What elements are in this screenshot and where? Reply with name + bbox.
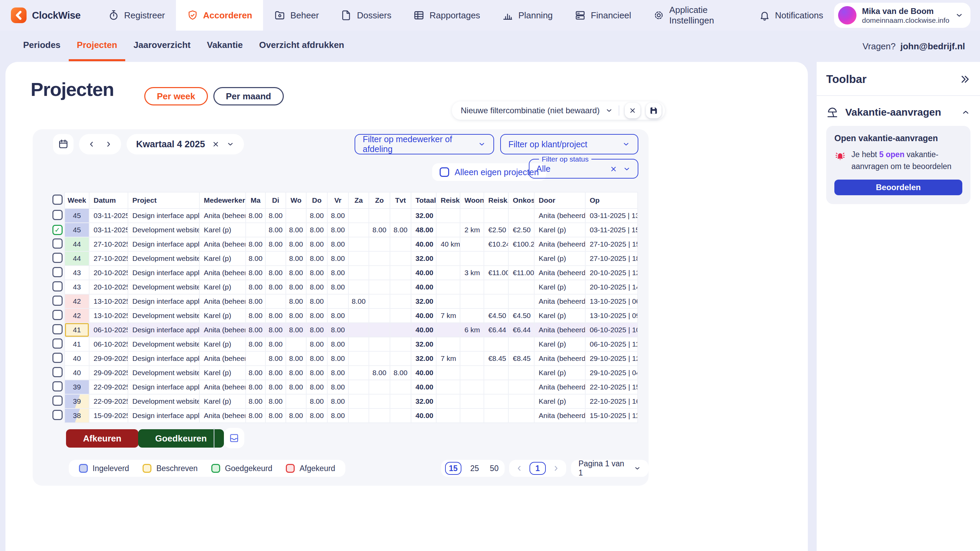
row-checkbox[interactable] xyxy=(52,210,63,220)
cell-totaal: 32.00 xyxy=(411,208,436,223)
goedkeuren-button[interactable]: Goedkeuren xyxy=(138,429,224,448)
cell-day: 8.00 xyxy=(306,294,327,308)
collapse-section-button[interactable] xyxy=(961,108,970,117)
week-status-cell[interactable]: 38 xyxy=(65,409,89,422)
row-checkbox[interactable] xyxy=(52,238,63,249)
beoordelen-button[interactable]: Beoordelen xyxy=(834,179,962,195)
week-status-cell[interactable]: 39 xyxy=(65,395,89,408)
filter-client-dropdown[interactable]: Filter op klant/project xyxy=(500,134,638,154)
per-week-button[interactable]: Per week xyxy=(144,87,208,105)
week-status-cell[interactable]: 40 xyxy=(65,366,89,380)
afkeuren-button[interactable]: Afkeuren xyxy=(66,429,138,448)
week-status-cell[interactable]: 44 xyxy=(65,237,89,251)
week-status-cell[interactable]: 45 xyxy=(65,209,89,222)
chevron-down-icon[interactable] xyxy=(623,165,631,173)
collapse-sidebar-button[interactable] xyxy=(959,74,970,85)
row-checkbox[interactable] xyxy=(52,367,63,377)
subnav-item-projecten[interactable]: Projecten xyxy=(69,30,126,61)
status-filter[interactable]: Filter op status Alle xyxy=(529,155,638,179)
topnav-item-planning[interactable]: Planning xyxy=(491,0,563,30)
cell-day xyxy=(390,208,411,223)
cell-day: 8.00 xyxy=(306,323,327,337)
topnav-item-beheer[interactable]: Beheer xyxy=(263,0,330,30)
row-checkbox[interactable] xyxy=(52,295,63,306)
next-page-button[interactable] xyxy=(552,464,560,472)
topnav-item-accorderen[interactable]: Accorderen xyxy=(176,0,263,30)
row-checkbox[interactable] xyxy=(52,381,63,392)
close-icon xyxy=(629,107,636,114)
cell-day xyxy=(390,280,411,294)
row-checkbox[interactable] xyxy=(52,353,63,363)
week-status-cell[interactable]: 39 xyxy=(65,380,89,394)
topnav-item-rapportages[interactable]: Rapportages xyxy=(402,0,491,30)
filter-combination-dropdown[interactable]: Nieuwe filtercombinatie (niet bewaard) xyxy=(461,106,600,115)
open-vacation-card: Open vakantie-aanvragen Je hebt 5 open v… xyxy=(826,126,970,204)
chevron-down-icon[interactable] xyxy=(226,140,234,148)
previous-period-button[interactable] xyxy=(88,140,95,148)
cell-day xyxy=(348,351,369,366)
subnav-item-jaaroverzicht[interactable]: Jaaroverzicht xyxy=(125,30,199,61)
page-size-15[interactable]: 15 xyxy=(445,462,461,475)
cell-onkost xyxy=(508,408,534,423)
row-checkbox[interactable] xyxy=(52,410,63,420)
cell-medewerker: Anita (beheerder) xyxy=(199,208,246,223)
week-status-cell[interactable]: 42 xyxy=(65,309,89,322)
page-size-25[interactable]: 25 xyxy=(468,464,481,473)
page-info-dropdown[interactable]: Pagina 1 van 1 xyxy=(571,460,649,477)
clear-filter-button[interactable] xyxy=(625,103,640,118)
week-status-cell[interactable]: 41 xyxy=(65,337,89,351)
subnav-item-vakantie[interactable]: Vakantie xyxy=(199,30,251,61)
per-maand-button[interactable]: Per maand xyxy=(213,87,284,105)
export-button[interactable] xyxy=(224,428,244,448)
notifications-button[interactable]: Notifications xyxy=(759,10,824,21)
column-header-onkost: Onkost. xyxy=(508,192,534,208)
cell-reiskm xyxy=(436,366,460,380)
topnav-item-applicatie-instellingen[interactable]: Applicatie Instellingen xyxy=(642,0,759,30)
subnav-item-periodes[interactable]: Periodes xyxy=(15,30,69,61)
period-selector[interactable]: Kwartaal 4 2025 xyxy=(127,134,244,154)
filter-employee-dropdown[interactable]: Filter op medewerker of afdeling xyxy=(355,134,494,154)
clear-period-icon[interactable] xyxy=(212,140,220,148)
cell-op: 27-10-2025 | 15:33 xyxy=(585,237,638,251)
topnav-item-financieel[interactable]: Financieel xyxy=(563,0,642,30)
row-checkbox[interactable] xyxy=(52,324,63,334)
bar-chart-icon xyxy=(502,10,514,21)
current-page[interactable]: 1 xyxy=(530,462,546,475)
calendar-button[interactable] xyxy=(53,134,73,154)
cell-woonw xyxy=(460,208,484,223)
chevron-down-icon[interactable] xyxy=(605,106,613,114)
select-all-checkbox[interactable] xyxy=(52,195,63,205)
week-status-cell[interactable]: 40 xyxy=(65,352,89,365)
row-checkbox[interactable] xyxy=(52,338,63,349)
column-header-do: Do xyxy=(306,192,327,208)
page-size-50[interactable]: 50 xyxy=(488,464,501,473)
cell-day xyxy=(369,208,390,223)
cell-day: 8.00 xyxy=(327,337,348,351)
user-menu[interactable]: Mika van de Boom domeinnaam.clockwise.in… xyxy=(834,3,970,28)
questions-email[interactable]: john@bedrijf.nl xyxy=(900,41,965,52)
row-checkbox[interactable] xyxy=(52,310,63,320)
cell-door: Anita (beheerder) xyxy=(534,294,585,308)
week-status-cell[interactable]: 43 xyxy=(65,266,89,279)
next-period-button[interactable] xyxy=(105,140,113,148)
topnav-item-registreer[interactable]: Registreer xyxy=(97,0,176,30)
week-status-cell[interactable]: 45 xyxy=(65,223,89,237)
week-status-cell[interactable]: 44 xyxy=(65,252,89,265)
row-checkbox[interactable] xyxy=(52,395,63,406)
cell-door: Karel (p) xyxy=(534,394,585,408)
subnav-item-overzicht-afdrukken[interactable]: Overzicht afdrukken xyxy=(251,30,353,61)
previous-page-button[interactable] xyxy=(515,464,523,472)
brand[interactable]: ClockWise xyxy=(11,8,81,23)
row-checkbox[interactable] xyxy=(52,225,63,235)
column-header-door: Door xyxy=(534,192,585,208)
clear-status-icon[interactable] xyxy=(610,165,617,173)
week-status-cell[interactable]: 41 xyxy=(65,323,89,337)
week-status-cell[interactable]: 43 xyxy=(65,280,89,294)
topnav-item-dossiers[interactable]: Dossiers xyxy=(330,0,402,30)
cell-reisk xyxy=(484,208,508,223)
row-checkbox[interactable] xyxy=(52,281,63,292)
row-checkbox[interactable] xyxy=(52,253,63,263)
week-status-cell[interactable]: 42 xyxy=(65,295,89,308)
save-filter-button[interactable] xyxy=(646,103,662,118)
row-checkbox[interactable] xyxy=(52,267,63,277)
